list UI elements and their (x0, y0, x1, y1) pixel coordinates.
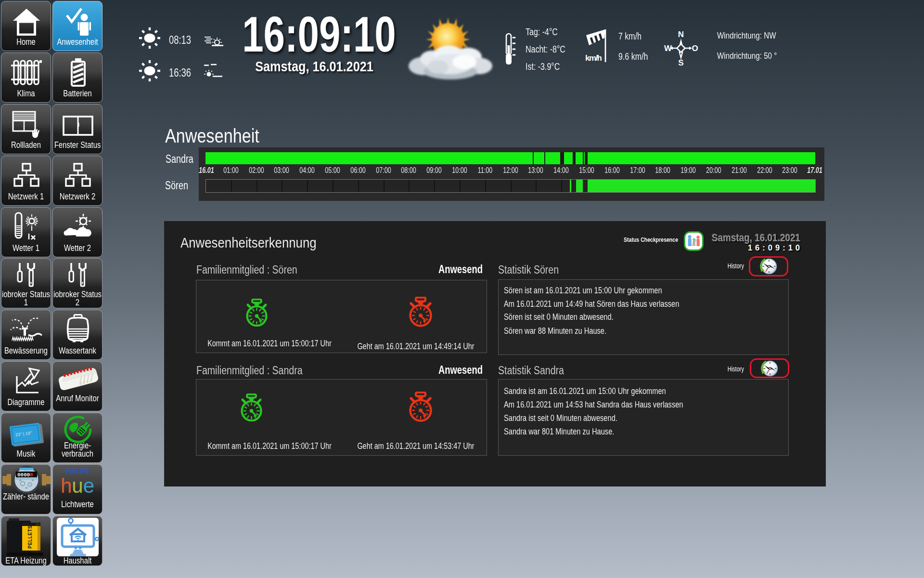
svg-text:8: 8 (30, 472, 33, 478)
svg-text:km/h: km/h (585, 53, 602, 63)
svg-text:O: O (692, 44, 698, 53)
svg-text:N: N (678, 30, 684, 39)
svg-text:PELLETS: PELLETS (27, 525, 33, 549)
svg-text:0000: 0000 (17, 472, 30, 478)
